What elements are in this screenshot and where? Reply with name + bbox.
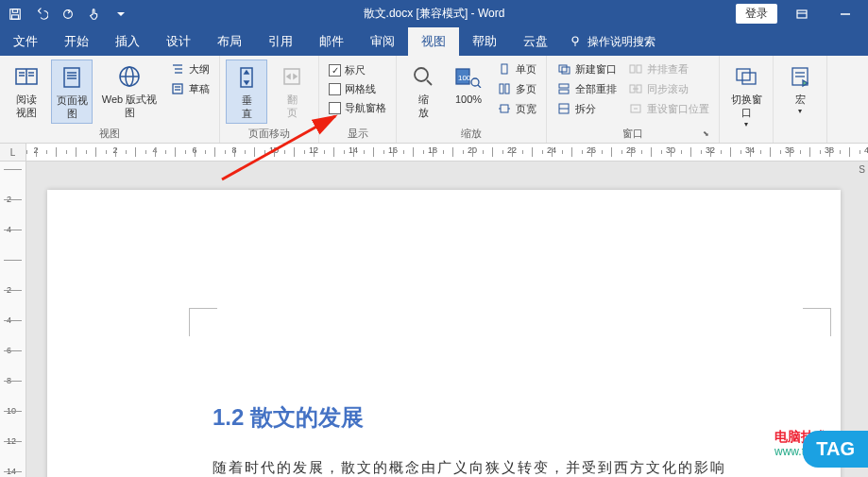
one-page-icon bbox=[497, 61, 512, 77]
new-window-icon bbox=[556, 61, 571, 77]
multi-page-icon bbox=[497, 81, 512, 96]
split-button[interactable]: 拆分 bbox=[553, 99, 621, 118]
ruler-vertical[interactable]: 242468101214 bbox=[0, 162, 26, 477]
switch-window-button[interactable]: 切换窗口 ▾ bbox=[725, 60, 767, 131]
group-label-pagemove: 页面移动 bbox=[226, 125, 313, 143]
ribbon-display-icon[interactable] bbox=[783, 3, 821, 26]
group-label-views: 视图 bbox=[6, 125, 213, 143]
ruler-checkbox[interactable]: ✓标尺 bbox=[325, 61, 390, 79]
svg-line-33 bbox=[478, 85, 481, 88]
minimize-icon[interactable] bbox=[826, 3, 864, 26]
web-layout-button[interactable]: Web 版式视图 bbox=[96, 60, 162, 122]
qat-customize-icon[interactable] bbox=[110, 3, 132, 26]
tab-file[interactable]: 文件 bbox=[0, 27, 51, 56]
titlebar-right: 登录 bbox=[736, 3, 864, 26]
margin-marker-tl bbox=[189, 308, 217, 336]
sync-scroll-icon bbox=[628, 81, 643, 96]
group-label-zoom: 缩放 bbox=[402, 125, 540, 143]
ribbon-tabs: 文件 开始 插入 设计 布局 引用 邮件 审阅 视图 帮助 云盘 操作说明搜索 bbox=[0, 27, 868, 56]
outline-button[interactable]: 大纲 bbox=[166, 60, 213, 78]
tab-review[interactable]: 审阅 bbox=[357, 27, 408, 56]
svg-point-6 bbox=[572, 37, 578, 43]
ruler-horizontal[interactable]: L 2246810121416182022242628303234363840 bbox=[0, 144, 868, 162]
group-label-window: 窗口⬊ bbox=[553, 125, 713, 143]
tab-help[interactable]: 帮助 bbox=[459, 27, 510, 56]
sync-scroll-button: 同步滚动 bbox=[624, 79, 713, 98]
split-icon bbox=[556, 101, 571, 116]
draft-icon bbox=[170, 81, 185, 96]
svg-rect-4 bbox=[797, 10, 807, 18]
checkbox-icon bbox=[329, 83, 341, 95]
switch-window-icon bbox=[731, 61, 761, 92]
undo-icon[interactable] bbox=[30, 3, 53, 26]
print-layout-button[interactable]: 页面视图 bbox=[51, 60, 93, 124]
checkbox-checked-icon: ✓ bbox=[329, 64, 341, 77]
side-by-side-icon bbox=[628, 61, 643, 77]
svg-rect-39 bbox=[562, 67, 570, 74]
tab-references[interactable]: 引用 bbox=[255, 27, 306, 56]
vertical-button[interactable]: 垂 直 bbox=[226, 60, 267, 124]
page-width-button[interactable]: 页宽 bbox=[493, 99, 540, 118]
svg-point-28 bbox=[415, 68, 428, 81]
tab-view[interactable]: 视图 bbox=[408, 27, 459, 56]
flip-button: 翻 页 bbox=[271, 60, 313, 122]
svg-rect-45 bbox=[637, 65, 641, 73]
svg-text:100: 100 bbox=[458, 74, 471, 82]
side-by-side-button: 并排查看 bbox=[624, 60, 713, 78]
svg-rect-38 bbox=[559, 65, 567, 72]
touch-mode-icon[interactable] bbox=[83, 3, 106, 26]
hundred-icon: 100 bbox=[453, 61, 484, 92]
zoom-button[interactable]: 缩 放 bbox=[402, 60, 444, 122]
tab-selector[interactable]: L bbox=[0, 144, 26, 161]
svg-line-29 bbox=[427, 80, 432, 85]
tab-mailings[interactable]: 邮件 bbox=[306, 27, 357, 56]
tab-home[interactable]: 开始 bbox=[51, 27, 102, 56]
gridlines-checkbox[interactable]: 网格线 bbox=[325, 80, 390, 98]
svg-rect-41 bbox=[559, 90, 569, 94]
outline-icon bbox=[170, 61, 185, 77]
hundred-percent-button[interactable]: 100 100% bbox=[448, 60, 489, 109]
one-page-button[interactable]: 单页 bbox=[493, 60, 540, 78]
document-page[interactable]: 1.2 散文的发展 随着时代的发展，散文的概念由广义向狭义转变，并受到西方文化的… bbox=[47, 190, 841, 477]
vertical-icon bbox=[231, 62, 262, 93]
group-views: 阅读 视图 页面视图 Web 版式视图 大纲 草稿 视图 bbox=[0, 56, 220, 143]
svg-rect-37 bbox=[501, 105, 508, 112]
svg-rect-2 bbox=[12, 14, 19, 18]
svg-rect-36 bbox=[505, 84, 509, 94]
reset-pos-icon bbox=[628, 101, 643, 116]
checkbox-icon bbox=[329, 102, 341, 114]
tab-design[interactable]: 设计 bbox=[153, 27, 204, 56]
title-bar: 散文.docx [兼容模式] - Word 登录 bbox=[0, 0, 868, 27]
read-mode-icon bbox=[11, 61, 42, 92]
tab-insert[interactable]: 插入 bbox=[102, 27, 153, 56]
tag-badge: TAG bbox=[803, 431, 868, 468]
svg-rect-35 bbox=[500, 84, 503, 94]
draft-button[interactable]: 草稿 bbox=[166, 79, 213, 98]
tab-layout[interactable]: 布局 bbox=[204, 27, 255, 56]
document-area: 242468101214 1.2 散文的发展 随着时代的发展，散文的概念由广义向… bbox=[0, 162, 868, 477]
tell-me-search[interactable]: 操作说明搜索 bbox=[569, 27, 655, 56]
document-body[interactable]: 随着时代的发展，散文的概念由广义向狭义转变，并受到西方文化的影响 散文是一种抒发… bbox=[213, 454, 803, 477]
arrange-all-icon bbox=[556, 81, 571, 96]
window-title: 散文.docx [兼容模式] - Word bbox=[132, 6, 736, 22]
svg-point-32 bbox=[471, 78, 479, 86]
navigation-pane-checkbox[interactable]: 导航窗格 bbox=[325, 99, 390, 117]
tab-cloud[interactable]: 云盘 bbox=[510, 27, 561, 56]
svg-rect-13 bbox=[64, 68, 79, 87]
macros-button[interactable]: 宏 ▾ bbox=[779, 60, 821, 118]
arrange-all-button[interactable]: 全部重排 bbox=[553, 79, 621, 98]
flip-icon bbox=[277, 61, 307, 92]
document-heading[interactable]: 1.2 散文的发展 bbox=[213, 402, 364, 433]
dialog-launcher-icon[interactable]: ⬊ bbox=[700, 129, 711, 141]
group-label-show: 显示 bbox=[325, 125, 390, 143]
read-mode-button[interactable]: 阅读 视图 bbox=[6, 60, 47, 122]
zoom-icon bbox=[408, 61, 438, 92]
quick-access-toolbar bbox=[4, 3, 132, 26]
redo-icon[interactable] bbox=[57, 3, 79, 26]
margin-marker-tr bbox=[803, 308, 831, 336]
save-icon[interactable] bbox=[4, 3, 26, 26]
multi-page-button[interactable]: 多页 bbox=[493, 79, 540, 98]
new-window-button[interactable]: 新建窗口 bbox=[553, 60, 621, 78]
login-button[interactable]: 登录 bbox=[736, 4, 777, 24]
lightbulb-icon bbox=[569, 34, 582, 50]
